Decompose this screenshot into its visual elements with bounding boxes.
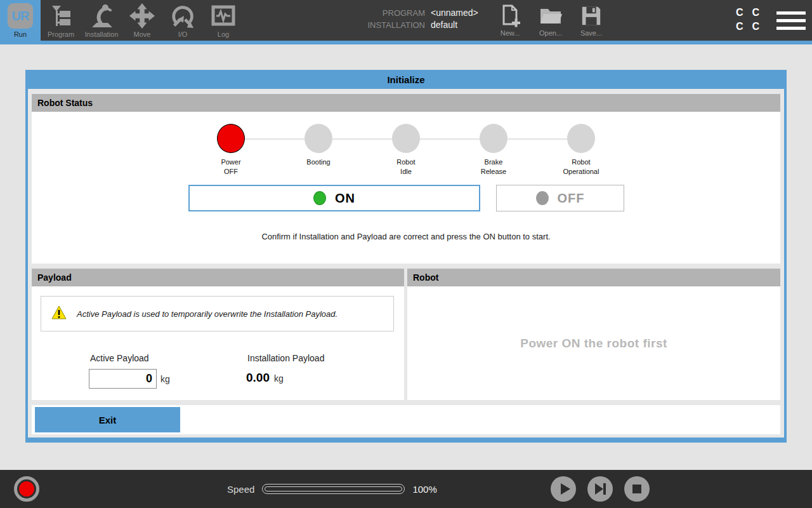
dialog-title: Initialize	[25, 70, 787, 89]
initialize-dialog: Initialize Robot Status PowerOFF Booting	[25, 70, 787, 443]
power-off-label: OFF	[558, 191, 585, 206]
robot-state-flow: PowerOFF Booting RobotIdle BrakeRelease	[187, 124, 625, 177]
cc-letter: C	[736, 8, 743, 18]
brake-release-indicator	[480, 124, 508, 153]
speed-label: Speed	[227, 484, 254, 495]
power-status-light[interactable]	[14, 476, 39, 502]
tab-log[interactable]: Log	[203, 0, 244, 41]
state-robot-operational: RobotOperational	[537, 124, 625, 177]
tab-installation-label: Installation	[85, 30, 119, 41]
io-icon	[169, 2, 196, 30]
active-payload-unit: kg	[160, 374, 170, 384]
stop-button[interactable]	[624, 476, 650, 502]
cc-letter: C	[752, 22, 760, 32]
active-payload-label: Active Payload	[90, 353, 149, 363]
payload-panel: Active Payload is used to temporarily ov…	[32, 286, 404, 400]
state-robot-idle: RobotIdle	[362, 124, 450, 177]
move-icon	[129, 2, 155, 30]
tab-log-label: Log	[218, 30, 229, 41]
program-icon	[49, 2, 72, 30]
playback-controls	[551, 476, 650, 502]
cc-letter: C	[736, 22, 743, 32]
new-file-icon	[499, 3, 521, 29]
tab-run[interactable]: UR Run	[0, 0, 41, 41]
new-button[interactable]: New...	[494, 3, 527, 37]
save-icon	[580, 3, 603, 29]
program-label: PROGRAM	[343, 8, 425, 18]
play-icon	[551, 476, 576, 502]
save-button[interactable]: Save...	[575, 3, 608, 37]
power-on-label: ON	[335, 191, 355, 206]
open-button[interactable]: Open...	[534, 3, 567, 37]
robot-status-panel: PowerOFF Booting RobotIdle BrakeRelease	[32, 112, 780, 264]
installation-payload-row: 0.00 kg	[246, 371, 284, 385]
booting-indicator	[304, 124, 332, 153]
tab-move-label: Move	[134, 30, 151, 41]
installation-payload-unit: kg	[274, 373, 284, 384]
tab-move[interactable]: Move	[122, 0, 162, 41]
program-info: PROGRAM <unnamed> INSTALLATION default	[343, 8, 478, 30]
robot-header: Robot	[407, 269, 780, 286]
open-button-label: Open...	[539, 29, 562, 37]
speed-slider-fill	[265, 486, 402, 491]
tab-run-label: Run	[14, 30, 27, 41]
payload-warning-box: Active Payload is used to temporarily ov…	[41, 296, 394, 331]
payload-header: Payload	[32, 269, 404, 286]
open-folder-icon	[539, 3, 563, 29]
topbar-accent-strip	[0, 41, 812, 44]
installation-label: INSTALLATION	[343, 20, 425, 30]
step-icon	[587, 476, 613, 502]
robot-panel-message: Power ON the robot first	[520, 337, 667, 351]
active-payload-input[interactable]	[89, 369, 157, 389]
top-bar: UR Run Program	[0, 0, 812, 41]
robot-idle-indicator	[392, 124, 420, 153]
robot-operational-indicator	[567, 124, 595, 153]
hamburger-menu-icon[interactable]	[776, 11, 806, 34]
dialog-body: Robot Status PowerOFF Booting RobotIdle	[28, 89, 784, 438]
power-on-button[interactable]: ON	[188, 185, 480, 211]
tab-program-label: Program	[48, 30, 74, 41]
main-tabs: UR Run Program	[0, 0, 244, 41]
installation-icon	[88, 2, 115, 30]
exit-button[interactable]: Exit	[35, 407, 180, 432]
bottom-bar: Speed 100%	[0, 470, 812, 508]
robot-status-header: Robot Status	[32, 94, 780, 112]
state-booting: Booting	[275, 124, 362, 177]
program-name: <unnamed>	[431, 8, 478, 18]
gray-status-dot-icon	[536, 191, 549, 205]
robot-panel: Power ON the robot first	[407, 286, 780, 400]
instruction-text: Confirm if Installation and Payload are …	[32, 232, 780, 241]
save-button-label: Save...	[580, 29, 602, 37]
warning-triangle-icon	[51, 305, 67, 322]
speed-value: 100%	[412, 484, 436, 495]
tab-io[interactable]: I/O	[162, 0, 203, 41]
installation-name: default	[431, 20, 478, 30]
speed-control: Speed 100%	[227, 470, 437, 508]
green-status-dot-icon	[313, 191, 326, 205]
step-button[interactable]	[587, 476, 613, 502]
installation-payload-label: Installation Payload	[247, 353, 324, 363]
speed-slider[interactable]	[262, 484, 405, 494]
power-off-button[interactable]: OFF	[496, 185, 624, 211]
active-payload-row: kg	[89, 369, 170, 389]
state-brake-release: BrakeRelease	[450, 124, 537, 177]
cc-status-indicator: C C C C	[736, 8, 759, 32]
play-button[interactable]	[551, 476, 576, 502]
ur-logo-icon: UR	[8, 3, 33, 29]
payload-warning-text: Active Payload is used to temporarily ov…	[77, 309, 337, 319]
state-power-off: PowerOFF	[187, 124, 275, 177]
cc-letter: C	[752, 8, 760, 18]
polyscope-screen: UR Run Program	[0, 0, 812, 508]
tab-program[interactable]: Program	[41, 0, 81, 41]
installation-payload-value: 0.00	[246, 371, 270, 385]
power-off-indicator	[217, 124, 245, 153]
tab-installation[interactable]: Installation	[81, 0, 122, 41]
log-icon	[211, 2, 236, 30]
dialog-footer: Exit	[32, 405, 780, 434]
stop-icon	[624, 476, 650, 502]
file-buttons: New... Open...	[494, 3, 608, 37]
tab-io-label: I/O	[178, 30, 188, 41]
red-light-icon	[19, 481, 34, 497]
new-button-label: New...	[501, 29, 520, 37]
